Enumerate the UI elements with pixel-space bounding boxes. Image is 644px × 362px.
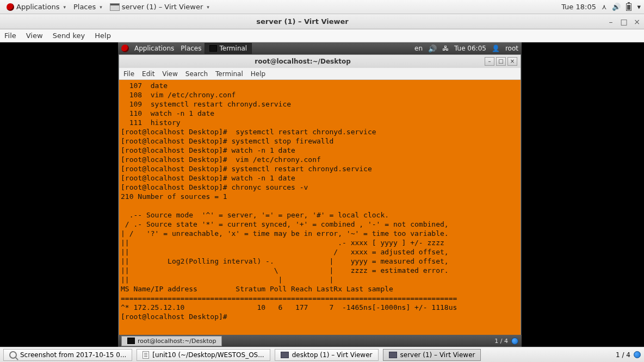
- speaker-icon[interactable]: 🔊: [612, 3, 621, 11]
- host-workspace-indicator[interactable]: 1 / 4: [616, 351, 630, 359]
- user-menu-icon[interactable]: ▾: [637, 3, 641, 11]
- guest-places-menu[interactable]: Places: [177, 43, 205, 53]
- guest-applications-menu[interactable]: Applications: [131, 43, 177, 53]
- task-desktop1-label: desktop (1) – Virt Viewer: [292, 351, 373, 359]
- task-screenshot-label: Screenshot from 2017-10-15 0...: [20, 351, 126, 359]
- host-clock[interactable]: Tue 18:05: [561, 3, 596, 11]
- task-screenshot[interactable]: Screenshot from 2017-10-15 0...: [3, 349, 132, 361]
- terminal-menu-view[interactable]: View: [162, 70, 177, 78]
- guest-task-terminal[interactable]: root@localhost:~/Desktop: [121, 336, 222, 346]
- guest-user-icon[interactable]: 👤: [492, 45, 500, 52]
- screen-icon: [389, 352, 397, 358]
- terminal-close-button[interactable]: ×: [507, 57, 517, 66]
- virt-menu-view[interactable]: View: [26, 32, 43, 40]
- window-thumb-icon: [110, 3, 120, 11]
- places-label: Places: [73, 3, 96, 11]
- task-desktop1[interactable]: desktop (1) – Virt Viewer: [275, 349, 379, 361]
- guest-terminal-tab[interactable]: Terminal: [205, 43, 252, 54]
- host-top-panel: Applications Places server (1) – Virt Vi…: [0, 0, 644, 14]
- guest-lang-indicator[interactable]: en: [414, 45, 423, 52]
- terminal-body[interactable]: 107 date 108 vim /etc/chrony.conf 109 sy…: [119, 80, 521, 335]
- guest-terminal-tab-label: Terminal: [219, 45, 247, 52]
- guest-task-label: root@localhost:~/Desktop: [138, 338, 216, 345]
- applications-label: Applications: [16, 3, 59, 11]
- terminal-menu-file[interactable]: File: [123, 70, 134, 78]
- terminal-icon: [127, 338, 135, 344]
- guest-workspace-dot-icon[interactable]: [511, 338, 518, 345]
- virt-viewer-window: server (1) – Virt Viewer – □ × File View…: [0, 14, 644, 347]
- minimize-button[interactable]: –: [607, 18, 615, 26]
- terminal-titlebar[interactable]: root@localhost:~/Desktop – □ ×: [119, 55, 521, 68]
- guest-redhat-logo-icon: [121, 45, 129, 52]
- guest-clock[interactable]: Tue 06:05: [454, 45, 486, 52]
- terminal-menu-help[interactable]: Help: [251, 70, 265, 78]
- maximize-button[interactable]: □: [620, 18, 628, 26]
- close-button[interactable]: ×: [633, 18, 641, 26]
- guest-bottom-panel: root@localhost:~/Desktop 1 / 4: [118, 335, 522, 347]
- host-bottom-panel: Screenshot from 2017-10-15 0... [unit10 …: [0, 347, 644, 362]
- redhat-logo-icon: [7, 3, 14, 11]
- virt-title: server (1) – Virt Viewer: [3, 17, 602, 26]
- applications-menu[interactable]: Applications: [3, 2, 69, 12]
- terminal-maximize-button[interactable]: □: [496, 57, 506, 66]
- terminal-menubar: File Edit View Search Terminal Help: [119, 68, 521, 80]
- terminal-minimize-button[interactable]: –: [485, 57, 494, 66]
- places-menu[interactable]: Places: [70, 2, 106, 12]
- guest-top-panel: Applications Places Terminal en 🔊 🖧 Tue …: [118, 42, 522, 54]
- running-app-label: server (1) – Virt Viewer: [122, 3, 203, 11]
- terminal-menu-search[interactable]: Search: [185, 70, 208, 78]
- task-server1-label: server (1) – Virt Viewer: [400, 351, 475, 359]
- guest-network-icon[interactable]: 🖧: [442, 45, 449, 52]
- virt-menubar: File View Send key Help: [0, 29, 644, 42]
- task-unit10[interactable]: [unit10 (~/Desktop/WESTOS_OS...: [137, 349, 270, 361]
- virt-titlebar[interactable]: server (1) – Virt Viewer – □ ×: [0, 14, 644, 29]
- magnifier-icon: [9, 351, 17, 359]
- document-icon: [143, 351, 149, 359]
- virt-viewport: Applications Places Terminal en 🔊 🖧 Tue …: [0, 42, 644, 347]
- guest-workspace-indicator[interactable]: 1 / 4: [494, 338, 508, 345]
- terminal-icon: [209, 45, 217, 52]
- guest-desktop: Applications Places Terminal en 🔊 🖧 Tue …: [118, 42, 522, 347]
- screen-icon: [281, 352, 289, 358]
- terminal-title: root@localhost:~/Desktop: [122, 58, 483, 65]
- terminal-menu-terminal[interactable]: Terminal: [215, 70, 243, 78]
- virt-menu-file[interactable]: File: [4, 32, 16, 40]
- virt-menu-help[interactable]: Help: [95, 32, 111, 40]
- host-workspace-dot-icon[interactable]: [634, 351, 641, 358]
- guest-user-label[interactable]: root: [505, 45, 518, 52]
- wifi-icon[interactable]: ⋏: [602, 3, 607, 11]
- task-server1[interactable]: server (1) – Virt Viewer: [383, 349, 481, 361]
- virt-menu-sendkey[interactable]: Send key: [53, 32, 85, 40]
- terminal-menu-edit[interactable]: Edit: [142, 70, 154, 78]
- terminal-window: root@localhost:~/Desktop – □ × File Edit…: [119, 54, 521, 335]
- guest-speaker-icon[interactable]: 🔊: [428, 45, 437, 53]
- task-unit10-label: [unit10 (~/Desktop/WESTOS_OS...: [152, 351, 264, 359]
- battery-icon[interactable]: [626, 3, 631, 11]
- running-app-menu[interactable]: server (1) – Virt Viewer: [107, 2, 213, 12]
